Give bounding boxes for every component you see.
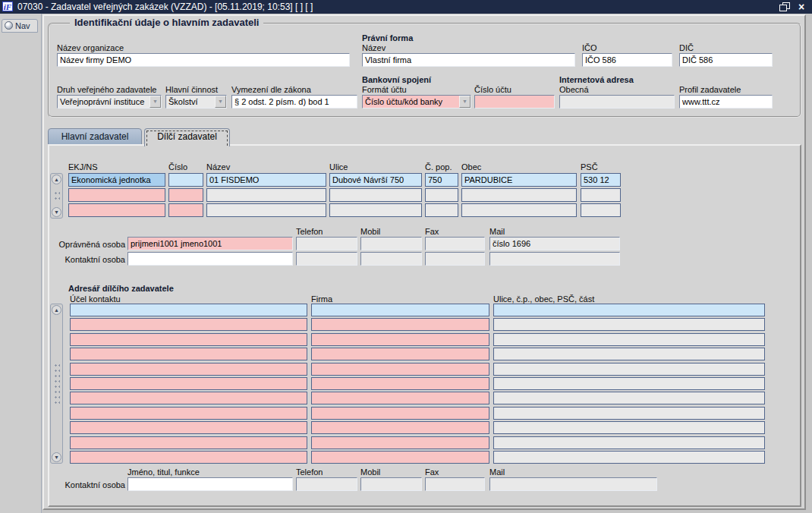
address-cell-r0c2[interactable] xyxy=(493,304,765,316)
unit-cell-r1c4[interactable] xyxy=(425,188,458,202)
kontaktni-osoba-mobil-input[interactable] xyxy=(360,252,422,266)
dic-input[interactable]: DIČ 586 xyxy=(679,53,773,67)
scroll-down-icon[interactable]: ▼ xyxy=(52,452,61,462)
address-cell-r4c0[interactable] xyxy=(70,363,307,376)
kontaktni-osoba-fax-input[interactable] xyxy=(425,252,485,266)
address-cell-r5c2[interactable] xyxy=(493,377,765,390)
tab-hlavni-zadavatel[interactable]: Hlavní zadavatel xyxy=(48,128,142,145)
address-cell-r6c2[interactable] xyxy=(493,392,765,404)
unit-cell-r2c3[interactable] xyxy=(329,203,422,217)
tab-dilci-zadavatel[interactable]: Dílčí zadavatel xyxy=(144,128,230,146)
address-cell-r7c2[interactable] xyxy=(493,407,765,420)
pravni-forma-nazev-label: Název xyxy=(362,43,386,52)
cinnost-dropdown-icon[interactable]: ▼ xyxy=(215,96,226,108)
address-cell-r6c0[interactable] xyxy=(70,392,307,404)
vymezeni-input[interactable]: § 2 odst. 2 písm. d) bod 1 xyxy=(231,95,357,109)
unit-cell-r0c4[interactable]: 750 xyxy=(425,173,458,187)
address-cell-r1c1[interactable] xyxy=(311,318,489,331)
address-cell-r2c2[interactable] xyxy=(493,333,765,346)
address-cell-r10c0[interactable] xyxy=(70,451,307,464)
bottom-kontakt-mobil-input[interactable] xyxy=(360,477,422,491)
address-cell-r10c1[interactable] xyxy=(311,451,489,464)
unit-cell-r2c6[interactable] xyxy=(581,203,621,217)
unit-table-scrollbar[interactable]: ▲ ▼ xyxy=(50,173,63,219)
profil-zadavatele-label: Profil zadavatele xyxy=(679,85,741,94)
kontaktni-osoba-telefon-input[interactable] xyxy=(296,252,357,266)
address-cell-r1c2[interactable] xyxy=(493,318,765,331)
address-table-scrollbar[interactable]: ▲ ▼ xyxy=(50,304,63,464)
bottom-kontakt-fax-input[interactable] xyxy=(425,477,485,491)
scroll-up-icon[interactable]: ▲ xyxy=(52,305,61,315)
unit-cell-r1c6[interactable] xyxy=(581,188,621,202)
unit-cell-r2c0[interactable] xyxy=(68,203,165,217)
unit-cell-r0c1[interactable] xyxy=(168,173,203,187)
ico-input[interactable]: IČO 586 xyxy=(582,53,672,67)
kontaktni-osoba-mail-input[interactable] xyxy=(489,252,620,266)
address-cell-r7c1[interactable] xyxy=(311,407,489,420)
address-cell-r4c2[interactable] xyxy=(493,363,765,376)
unit-cell-r0c0[interactable]: Ekonomická jednotka xyxy=(68,173,165,187)
bottom-kontakt-mail-input[interactable] xyxy=(489,477,657,491)
scroll-down-icon[interactable]: ▼ xyxy=(52,207,61,217)
druh-dropdown-icon[interactable]: ▼ xyxy=(149,96,161,108)
address-cell-r4c1[interactable] xyxy=(311,363,489,376)
address-cell-r3c1[interactable] xyxy=(311,348,489,360)
scroll-grip[interactable] xyxy=(54,190,60,201)
unit-cell-r2c1[interactable] xyxy=(168,203,203,217)
unit-cell-r0c5[interactable]: PARDUBICE xyxy=(461,173,577,187)
format-uctu-dropdown-icon[interactable]: ▼ xyxy=(459,96,471,108)
unit-cell-r1c1[interactable] xyxy=(168,188,203,202)
format-uctu-combobox[interactable]: Číslo účtu/kód banky ▼ xyxy=(362,95,471,109)
scroll-grip[interactable] xyxy=(54,363,60,405)
address-cell-r5c1[interactable] xyxy=(311,377,489,390)
unit-cell-r1c3[interactable] xyxy=(329,188,422,202)
unit-cell-r2c5[interactable] xyxy=(461,203,577,217)
opravnena-osoba-mobil-input[interactable] xyxy=(360,237,422,250)
address-cell-r8c0[interactable] xyxy=(70,421,307,434)
address-cell-r0c1[interactable] xyxy=(311,304,489,316)
address-cell-r7c0[interactable] xyxy=(70,407,307,420)
profil-zadavatele-input[interactable]: www.ttt.cz xyxy=(679,95,773,109)
address-cell-r10c2[interactable] xyxy=(493,451,765,464)
scroll-up-icon[interactable]: ▲ xyxy=(52,175,61,184)
hlavni-cinnost-combobox[interactable]: Školství ▼ xyxy=(165,95,227,109)
address-cell-r2c0[interactable] xyxy=(70,333,307,346)
opravnena-osoba-mail-input[interactable]: číslo 1696 xyxy=(489,237,620,250)
unit-cell-r1c0[interactable] xyxy=(68,188,165,202)
address-cell-r3c0[interactable] xyxy=(70,348,307,360)
unit-cell-r0c3[interactable]: Dubové Návrší 750 xyxy=(329,173,422,187)
opravnena-osoba-telefon-input[interactable] xyxy=(296,237,357,250)
unit-cell-r2c2[interactable] xyxy=(206,203,326,217)
nav-tab[interactable]: Nav xyxy=(2,19,38,33)
opravnena-osoba-name-input[interactable]: prijmeni1001 jmeno1001 xyxy=(127,237,293,250)
unit-cell-r0c2[interactable]: 01 FISDEMO xyxy=(206,173,326,187)
address-cell-r8c1[interactable] xyxy=(311,421,489,434)
bottom-kontakt-name-input[interactable] xyxy=(127,477,293,491)
unit-col-header: Obec xyxy=(461,162,481,172)
cislo-uctu-input[interactable] xyxy=(474,95,555,109)
obecna-input[interactable] xyxy=(559,95,675,109)
address-cell-r5c0[interactable] xyxy=(70,377,307,390)
address-cell-r0c0[interactable] xyxy=(70,304,307,316)
kontaktni-osoba-name-input[interactable] xyxy=(127,252,293,266)
nazev-organizace-input[interactable]: Název firmy DEMO xyxy=(57,53,350,67)
address-cell-r2c1[interactable] xyxy=(311,333,489,346)
address-cell-r8c2[interactable] xyxy=(493,421,765,434)
address-cell-r6c1[interactable] xyxy=(311,392,489,404)
opravnena-osoba-fax-input[interactable] xyxy=(425,237,485,250)
address-cell-r1c0[interactable] xyxy=(70,318,307,331)
address-cell-r9c2[interactable] xyxy=(493,436,765,449)
address-cell-r9c0[interactable] xyxy=(70,436,307,449)
unit-cell-r0c6[interactable]: 530 12 xyxy=(581,173,621,187)
pravni-forma-nazev-input[interactable]: Vlastní firma xyxy=(362,53,575,67)
restore-window-button[interactable] xyxy=(779,2,791,12)
address-cell-r3c2[interactable] xyxy=(493,348,765,360)
nav-radio-icon xyxy=(5,21,13,30)
unit-cell-r1c2[interactable] xyxy=(206,188,326,202)
unit-cell-r2c4[interactable] xyxy=(425,203,458,217)
address-cell-r9c1[interactable] xyxy=(311,436,489,449)
unit-cell-r1c5[interactable] xyxy=(461,188,577,202)
bottom-kontakt-telefon-input[interactable] xyxy=(296,477,357,491)
druh-zadavatele-combobox[interactable]: Veřejnoprávní instituce ▼ xyxy=(57,95,162,109)
close-window-button[interactable]: × xyxy=(795,2,807,12)
